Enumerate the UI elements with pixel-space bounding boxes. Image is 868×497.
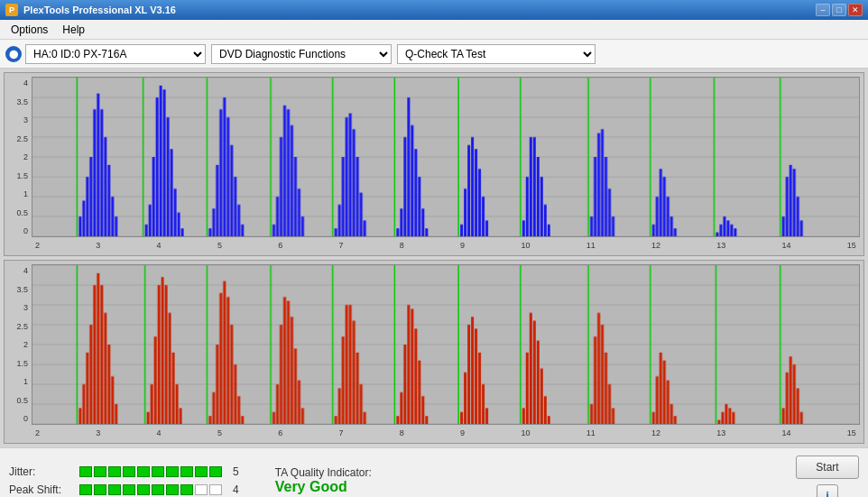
bottom-chart-y-axis: 0 0.5 1 1.5 2 2.5 3 3.5 4 — [5, 264, 32, 425]
bottom-panel: Jitter: 5 Peak Shift: — [0, 447, 868, 497]
jitter-label: Jitter: — [9, 465, 72, 478]
function-select[interactable]: DVD Diagnostic Functions — [211, 44, 392, 64]
bottom-chart-x-axis: 2 3 4 5 6 7 8 9 10 11 12 13 14 15 — [32, 425, 860, 441]
jitter-seg-9 — [195, 466, 208, 477]
peak-seg-7 — [166, 484, 179, 495]
device-select[interactable]: HA:0 ID:0 PX-716A — [25, 44, 206, 64]
top-chart-y-axis: 0 0.5 1 1.5 2 2.5 3 3.5 4 — [5, 77, 32, 237]
peak-shift-value: 4 — [233, 483, 239, 496]
metrics-section: Jitter: 5 Peak Shift: — [9, 465, 239, 496]
jitter-value: 5 — [233, 465, 239, 478]
jitter-seg-4 — [123, 466, 135, 477]
jitter-seg-2 — [94, 466, 106, 477]
info-button[interactable]: i — [817, 484, 838, 497]
top-chart: 0 0.5 1 1.5 2 2.5 3 3.5 4 2 3 4 5 6 7 8 … — [4, 72, 864, 256]
peak-seg-1 — [79, 484, 92, 495]
close-button[interactable]: ✕ — [848, 4, 863, 16]
charts-area: 0 0.5 1 1.5 2 2.5 3 3.5 4 2 3 4 5 6 7 8 … — [0, 69, 868, 447]
peak-seg-5 — [137, 484, 150, 495]
top-chart-inner — [32, 77, 860, 237]
peak-shift-bar — [79, 484, 222, 495]
menu-bar: Options Help — [0, 20, 868, 40]
device-selector-area: ⬤ HA:0 ID:0 PX-716A — [5, 44, 206, 64]
toolbar: ⬤ HA:0 ID:0 PX-716A DVD Diagnostic Funct… — [0, 40, 868, 69]
jitter-seg-6 — [152, 466, 164, 477]
minimize-button[interactable]: – — [816, 4, 830, 16]
peak-seg-10 — [209, 484, 222, 495]
maximize-button[interactable]: □ — [832, 4, 846, 16]
menu-options[interactable]: Options — [4, 22, 55, 38]
app-icon: P — [5, 4, 18, 16]
bottom-chart-inner — [32, 264, 860, 425]
peak-seg-8 — [180, 484, 193, 495]
bottom-chart: 0 0.5 1 1.5 2 2.5 3 3.5 4 2 3 4 5 6 7 8 … — [4, 260, 864, 444]
peak-seg-2 — [94, 484, 106, 495]
peak-seg-6 — [152, 484, 164, 495]
jitter-row: Jitter: 5 — [9, 465, 239, 478]
jitter-seg-10 — [209, 466, 222, 477]
action-buttons-area: Start i — [796, 456, 859, 497]
jitter-seg-3 — [108, 466, 121, 477]
peak-shift-row: Peak Shift: 4 — [9, 483, 239, 496]
test-select[interactable]: Q-Check TA Test — [397, 44, 596, 64]
ta-quality-value: Very Good — [275, 479, 347, 495]
jitter-seg-5 — [137, 466, 150, 477]
window-title: PlexTools Professional XL V3.16 — [23, 5, 176, 15]
peak-seg-9 — [195, 484, 208, 495]
jitter-seg-8 — [180, 466, 193, 477]
menu-help[interactable]: Help — [55, 22, 92, 38]
bottom-chart-canvas — [32, 265, 859, 424]
jitter-bar — [79, 466, 222, 477]
peak-seg-3 — [108, 484, 121, 495]
ta-quality-section: TA Quality Indicator: Very Good — [275, 466, 372, 495]
start-button[interactable]: Start — [796, 456, 859, 479]
ta-quality-label: TA Quality Indicator: — [275, 466, 372, 479]
top-chart-x-axis: 2 3 4 5 6 7 8 9 10 11 12 13 14 15 — [32, 237, 860, 253]
peak-seg-4 — [123, 484, 135, 495]
jitter-seg-1 — [79, 466, 92, 477]
title-bar: P PlexTools Professional XL V3.16 – □ ✕ — [0, 0, 868, 20]
device-icon: ⬤ — [5, 46, 22, 62]
peak-shift-label: Peak Shift: — [9, 483, 72, 496]
jitter-seg-7 — [166, 466, 179, 477]
top-chart-canvas — [32, 78, 859, 236]
